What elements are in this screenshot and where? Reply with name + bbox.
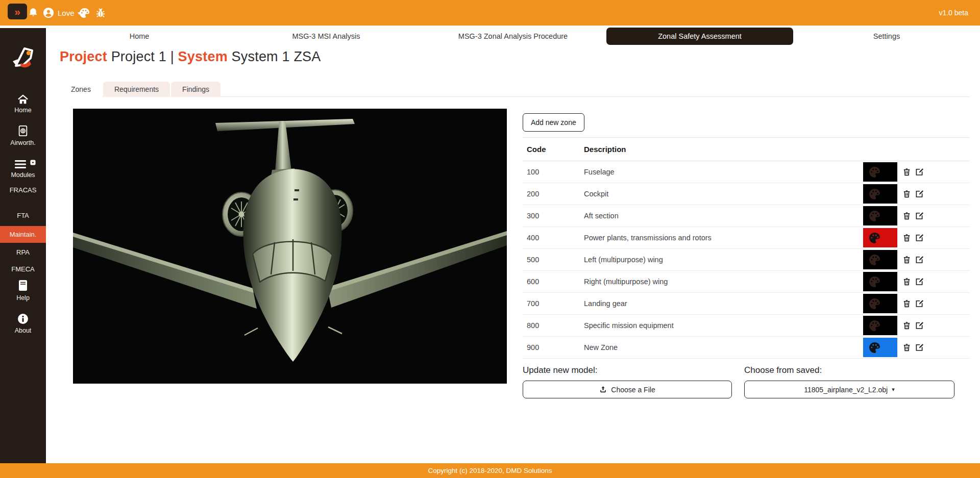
edit-zone-button[interactable] xyxy=(915,293,924,314)
delete-zone-button[interactable] xyxy=(902,315,911,336)
nav-tab-home[interactable]: Home xyxy=(46,26,233,47)
zone-color-swatch[interactable] xyxy=(863,294,897,313)
zone-description: Landing gear xyxy=(584,299,970,308)
sidebar-item-modules[interactable]: Modules xyxy=(0,159,46,179)
trash-icon xyxy=(902,321,911,330)
trash-icon xyxy=(902,189,911,198)
system-label: System xyxy=(178,49,228,64)
tab-zones[interactable]: Zones xyxy=(60,82,102,97)
delete-zone-button[interactable] xyxy=(902,271,911,292)
debug-button[interactable] xyxy=(94,0,107,26)
pencil-square-icon xyxy=(915,167,924,177)
sidebar-item-label: FTA xyxy=(17,212,29,219)
sidebar-item-maintain[interactable]: Maintain. xyxy=(0,226,46,243)
zone-color-swatch[interactable] xyxy=(863,162,897,182)
delete-zone-button[interactable] xyxy=(902,249,911,270)
home-icon xyxy=(17,94,29,105)
add-new-zone-button[interactable]: Add new zone xyxy=(523,113,584,132)
nav-tab-settings[interactable]: Settings xyxy=(793,26,980,47)
sidebar-item-label: Modules xyxy=(11,171,35,179)
zone-color-swatch[interactable] xyxy=(863,272,897,291)
delete-zone-button[interactable] xyxy=(902,293,911,314)
caret-down-icon: ▾ xyxy=(892,386,895,393)
nav-tab-msg3-zonal-analysis[interactable]: MSG-3 Zonal Analysis Procedure xyxy=(420,26,606,47)
zone-code: 100 xyxy=(523,168,584,176)
delete-zone-button[interactable] xyxy=(902,183,911,205)
modules-expand-icon xyxy=(30,160,36,165)
delete-zone-button[interactable] xyxy=(902,205,911,227)
sidebar-item-label: Home xyxy=(14,107,31,114)
tab-findings[interactable]: Findings xyxy=(171,82,220,97)
zone-color-swatch[interactable] xyxy=(863,338,897,357)
zone-table-row: 300 Aft section xyxy=(523,205,970,227)
app-logo[interactable] xyxy=(8,42,38,73)
sidebar-item-label: FRACAS xyxy=(10,186,37,194)
palette-icon xyxy=(868,210,881,222)
upload-model-label: Update new model: xyxy=(523,365,597,375)
zone-color-swatch[interactable] xyxy=(863,206,897,225)
edit-zone-button[interactable] xyxy=(915,315,924,336)
edit-zone-button[interactable] xyxy=(915,183,924,205)
delete-zone-button[interactable] xyxy=(902,227,911,248)
zone-code: 500 xyxy=(523,256,584,264)
zone-description: Cockpit xyxy=(584,190,970,198)
pencil-square-icon xyxy=(915,211,924,220)
sidebar-item-rpa[interactable]: RPA xyxy=(0,248,46,256)
sidebar-collapse-button[interactable]: » xyxy=(8,4,27,19)
nav-tab-zonal-safety-assessment[interactable]: Zonal Safety Assessment xyxy=(606,26,793,47)
sidebar-item-airworthiness[interactable]: Airworth. xyxy=(0,125,46,146)
sidebar-item-fracas[interactable]: FRACAS xyxy=(0,186,46,194)
edit-zone-button[interactable] xyxy=(915,205,924,227)
edit-zone-button[interactable] xyxy=(915,161,924,183)
delete-zone-button[interactable] xyxy=(902,337,911,358)
model-viewport[interactable] xyxy=(73,109,507,384)
pencil-square-icon xyxy=(915,277,924,286)
choose-file-button[interactable]: Choose a File xyxy=(523,381,732,398)
edit-zone-button[interactable] xyxy=(915,249,924,270)
zone-table-row: 500 Left (multipurpose) wing xyxy=(523,249,970,271)
airplane-3d-model xyxy=(73,109,507,384)
sidebar-item-help[interactable]: Help xyxy=(0,279,46,301)
zone-table-row: 200 Cockpit xyxy=(523,183,970,205)
sidebar-item-about[interactable]: About xyxy=(0,313,46,334)
zone-color-swatch[interactable] xyxy=(863,250,897,269)
tab-requirements[interactable]: Requirements xyxy=(103,82,170,97)
trash-icon xyxy=(902,277,911,286)
sidebar-item-fmeca[interactable]: FMECA xyxy=(0,265,46,273)
pencil-square-icon xyxy=(915,343,924,352)
trash-icon xyxy=(902,255,911,264)
sidebar-item-label: Airworth. xyxy=(10,139,35,146)
zone-description: Power plants, transmissions and rotors xyxy=(584,234,970,242)
user-icon xyxy=(43,7,54,18)
copyright-text: Copyright (c) 2018-2020, DMD Solutions xyxy=(428,467,552,474)
edit-zone-button[interactable] xyxy=(915,337,924,358)
column-header-code: Code xyxy=(523,145,584,154)
user-menu[interactable]: Love ▾ xyxy=(43,0,81,26)
zone-description: Aft section xyxy=(584,212,970,220)
nav-tab-msg3-msi-analysis[interactable]: MSG-3 MSI Analysis xyxy=(233,26,420,47)
delete-zone-button[interactable] xyxy=(902,161,911,183)
sidebar-item-label: About xyxy=(15,327,32,334)
trash-icon xyxy=(902,233,911,242)
sidebar-item-home[interactable]: Home xyxy=(0,94,46,114)
collapse-icon: » xyxy=(14,6,20,17)
zone-color-swatch[interactable] xyxy=(863,316,897,335)
zone-table-row: 900 New Zone xyxy=(523,337,970,359)
edit-zone-button[interactable] xyxy=(915,227,924,248)
sidebar-item-label: Maintain. xyxy=(10,231,37,238)
help-icon xyxy=(17,279,29,292)
topbar: » Love ▾ xyxy=(0,0,980,26)
zone-color-swatch[interactable] xyxy=(863,184,897,204)
notifications-button[interactable] xyxy=(27,0,40,26)
zone-color-swatch[interactable] xyxy=(863,228,897,247)
bug-icon xyxy=(95,7,106,19)
theme-button[interactable] xyxy=(78,0,91,26)
saved-model-label: Choose from saved: xyxy=(744,365,822,375)
sidebar-item-fta[interactable]: FTA xyxy=(0,212,46,219)
edit-zone-button[interactable] xyxy=(915,271,924,292)
pencil-square-icon xyxy=(915,321,924,330)
zone-code: 900 xyxy=(523,343,584,351)
saved-model-dropdown[interactable]: 11805_airplane_v2_L2.obj ▾ xyxy=(744,381,954,398)
project-label: Project xyxy=(60,49,107,64)
zone-table-row: 700 Landing gear xyxy=(523,293,970,315)
